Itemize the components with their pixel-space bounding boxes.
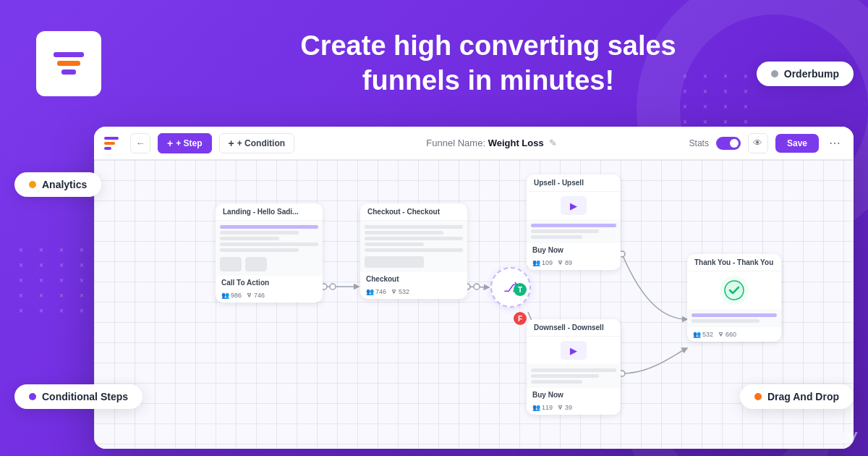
landing-footer-title: Call To Action [216, 276, 323, 288]
decoration-dots-left: ×××× ×××× ×××× ×××× ×××× [14, 246, 88, 315]
upsell-node-preview [527, 219, 621, 243]
toolbar-right: Stats 👁 Save ⋯ [689, 133, 843, 153]
thankyou-stats: 👥 532 ⛛ 660 [687, 327, 781, 342]
add-step-button[interactable]: + + Step [158, 133, 212, 153]
canvas-content: Landing - Hello Sadi... Call To Action 👥… [94, 160, 854, 449]
upsell-footer-title: Buy Now [527, 243, 621, 256]
upsell-stats: 👥 109 ⛛ 89 [527, 256, 621, 270]
downsell-node-preview [527, 364, 621, 388]
orderbump-dot [771, 70, 778, 77]
downsell-node-title: Downsell - Downsell [527, 319, 621, 337]
landing-stats: 👥 986 ⛛ 746 [216, 288, 323, 303]
downsell-conversions: ⛛ 39 [557, 404, 572, 411]
logo-icon [54, 52, 84, 75]
headline: Create high converting sales funnels in … [145, 29, 832, 98]
checkout-node-title: Checkout - Checkout [360, 203, 467, 221]
stats-toggle[interactable] [716, 137, 741, 150]
checkout-node-preview [360, 221, 467, 272]
landing-conversions: ⛛ 746 [246, 292, 265, 299]
edit-funnel-name-icon[interactable]: ✎ [549, 138, 557, 148]
canvas-wrapper: ← + + Step + + Condition Funnel Name: We… [94, 127, 854, 449]
toolbar-logo [104, 137, 119, 150]
upsell-conversions: ⛛ 89 [557, 259, 572, 266]
green-condition-marker: T [514, 283, 527, 296]
logo-bar-2 [57, 61, 80, 66]
thankyou-node-preview [687, 309, 781, 327]
upsell-video-icon: ▶ [561, 196, 587, 215]
downsell-node[interactable]: Downsell - Downsell ▶ Buy Now 👥 119 ⛛ 39 [527, 319, 621, 415]
landing-node-preview [216, 221, 323, 276]
tb-bar-2 [104, 142, 115, 145]
dragdrop-dot [754, 393, 762, 400]
tb-bar-3 [104, 147, 111, 150]
logo-bar-3 [61, 69, 76, 75]
funnel-name: Funnel Name: Weight Loss ✎ [302, 138, 682, 148]
landing-node-title: Landing - Hello Sadi... [216, 203, 323, 221]
logo-box [36, 31, 101, 96]
checkout-footer-title: Checkout [360, 272, 467, 284]
save-button[interactable]: Save [775, 134, 819, 153]
downsell-views: 👥 119 [532, 404, 553, 411]
checkout-conversions: ⛛ 532 [391, 288, 409, 295]
stats-label: Stats [689, 138, 709, 148]
analytics-label: Analytics [14, 172, 101, 197]
thankyou-conversions: ⛛ 660 [718, 331, 736, 338]
red-condition-marker: F [514, 312, 527, 325]
analytics-dot [29, 181, 36, 188]
upsell-node-title: Upsell - Upsell [527, 174, 621, 192]
watermark: W [841, 428, 856, 447]
thankyou-views: 👥 532 [693, 331, 713, 338]
orderbump-label: Orderbump [757, 62, 854, 86]
checkout-views: 👥 746 [366, 288, 386, 295]
downsell-video-icon: ▶ [561, 341, 587, 360]
thankyou-check-icon [720, 276, 749, 305]
landing-views: 👥 986 [221, 292, 242, 299]
checkout-stats: 👥 746 ⛛ 532 [360, 284, 467, 299]
conditional-steps-label: Conditional Steps [14, 384, 142, 409]
toolbar: ← + + Step + + Condition Funnel Name: We… [94, 127, 854, 160]
logo-bar-1 [54, 52, 84, 57]
upsell-node[interactable]: Upsell - Upsell ▶ Buy Now 👥 109 ⛛ 89 [527, 174, 621, 270]
back-button[interactable]: ← [130, 133, 150, 153]
landing-node[interactable]: Landing - Hello Sadi... Call To Action 👥… [216, 203, 323, 303]
svg-point-5 [474, 284, 480, 290]
svg-point-2 [330, 284, 336, 290]
upsell-views: 👥 109 [532, 259, 553, 266]
downsell-footer-title: Buy Now [527, 388, 621, 400]
preview-button[interactable]: 👁 [748, 133, 768, 153]
add-condition-button[interactable]: + + Condition [219, 133, 295, 153]
tb-bar-1 [104, 137, 119, 140]
more-options-button[interactable]: ⋯ [826, 135, 843, 152]
thankyou-node[interactable]: Thank You - Thank You 👥 532 ⛛ 660 [687, 254, 781, 342]
svg-line-3 [467, 287, 489, 287]
checkout-node[interactable]: Checkout - Checkout Checkout 👥 746 ⛛ 532 [360, 203, 467, 299]
svg-point-8 [725, 281, 744, 300]
conditional-dot [29, 393, 36, 400]
downsell-stats: 👥 119 ⛛ 39 [527, 400, 621, 415]
thankyou-node-title: Thank You - Thank You [687, 254, 781, 271]
drag-and-drop-label: Drag And Drop [740, 384, 854, 409]
header-section: Create high converting sales funnels in … [0, 0, 868, 127]
